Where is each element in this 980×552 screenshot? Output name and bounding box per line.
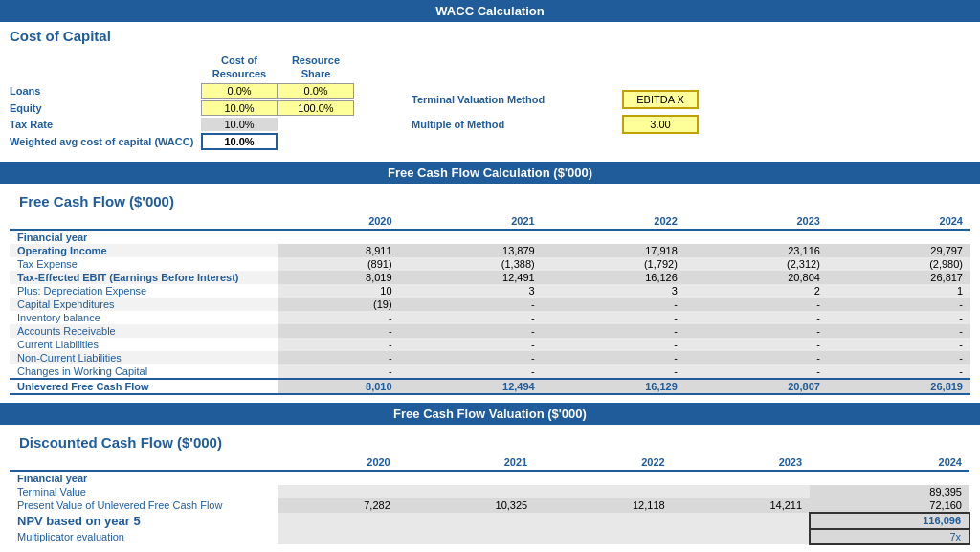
fcf-title: Free Cash Flow ($'000) — [10, 188, 970, 213]
val-cell-0-0 — [278, 471, 398, 485]
val-cell-3-3 — [673, 513, 810, 529]
cost-table: Cost ofResources ResourceShare Loans 0.0… — [10, 54, 354, 152]
val-cell-0-4 — [810, 471, 969, 485]
fcf-row-label-4: Plus: Depreciation Expense — [10, 284, 278, 298]
fcf-row-label-10: Changes in Working Capital — [10, 364, 278, 379]
val-cell-3-1 — [398, 513, 535, 529]
fcf-cell-2-1: (1,388) — [400, 257, 543, 271]
val-cell-0-3 — [673, 471, 810, 485]
fcf-cell-9-3: - — [685, 351, 828, 364]
loans-label: Loans — [10, 85, 201, 97]
val-cell-0-2 — [535, 471, 672, 485]
fcf-header-row: 2020 2021 2022 2023 2024 — [10, 213, 970, 230]
fcf-cell-5-0: (19) — [278, 298, 400, 311]
val-year-2020: 2020 — [278, 454, 398, 471]
fcf-cell-1-1: 13,879 — [400, 244, 543, 257]
fcf-cell-10-2: - — [543, 364, 685, 379]
fcf-cell-9-2: - — [543, 351, 685, 364]
cost-table-headers: Cost ofResources ResourceShare — [201, 54, 354, 81]
fcf-cell-4-3: 2 — [685, 284, 828, 298]
fcf-row-label-9: Non-Current Liabilities — [10, 351, 278, 364]
val-year-2021: 2021 — [398, 454, 535, 471]
fcf-cell-7-1: - — [400, 324, 543, 338]
fcf-row-0: Financial year — [10, 230, 970, 244]
fcf-cell-8-2: - — [543, 338, 685, 351]
fcf-row-label-5: Capital Expenditures — [10, 298, 278, 311]
fcf-year-2023: 2023 — [685, 213, 828, 230]
equity-cost[interactable]: 10.0% — [201, 100, 278, 116]
loans-cost[interactable]: 0.0% — [201, 83, 278, 99]
val-cell-2-1: 10,325 — [398, 498, 535, 513]
fcf-row-label-1: Operating Income — [10, 244, 278, 257]
val-row-1: Terminal Value89,395 — [10, 485, 969, 498]
val-cell-2-0: 7,282 — [278, 498, 398, 513]
val-row-label-4: Multiplicator evaluation — [10, 529, 278, 544]
terminal-valuation-label: Terminal Valuation Method — [412, 94, 603, 105]
fcf-cell-8-3: - — [685, 338, 828, 351]
fcf-row-label-8: Current Liabilities — [10, 338, 278, 351]
fcf-cell-10-3: - — [685, 364, 828, 379]
fcf-row-label-6: Inventory balance — [10, 311, 278, 324]
equity-row: Equity 10.0% 100.0% — [10, 100, 354, 116]
val-label-header — [10, 454, 278, 471]
wacc-container: Cost ofResources ResourceShare Loans 0.0… — [0, 48, 980, 162]
fcf-cell-0-0 — [278, 230, 400, 244]
wacc-label: Weighted avg cost of capital (WACC) — [10, 136, 201, 147]
val-cell-2-3: 14,211 — [673, 498, 810, 513]
val-cell-4-0 — [278, 529, 398, 544]
fcf-row-5: Capital Expenditures(19)---- — [10, 298, 970, 311]
val-cell-2-4: 72,160 — [810, 498, 969, 513]
wacc-share — [278, 141, 354, 143]
val-row-3: NPV based on year 5116,096 — [10, 513, 969, 529]
val-cell-3-0 — [278, 513, 398, 529]
fcf-cell-10-0: - — [278, 364, 400, 379]
fcf-cell-2-4: (2,980) — [828, 257, 970, 271]
fcf-cell-6-0: - — [278, 311, 400, 324]
fcf-cell-7-3: - — [685, 324, 828, 338]
fcf-cell-0-4 — [828, 230, 970, 244]
fcf-row-7: Accounts Receivable----- — [10, 324, 970, 338]
val-cell-1-1 — [398, 485, 535, 498]
equity-share[interactable]: 100.0% — [278, 100, 354, 116]
val-row-0: Financial year — [10, 471, 969, 485]
fcf-section-header: Free Cash Flow Calculation ($'000) — [0, 162, 980, 184]
fcf-row-1: Operating Income8,91113,87917,91823,1162… — [10, 244, 970, 257]
fcf-year-2020: 2020 — [278, 213, 400, 230]
fcf-cell-4-1: 3 — [400, 284, 543, 298]
fcf-row-label-11: Unlevered Free Cash Flow — [10, 379, 278, 394]
fcf-cell-4-0: 10 — [278, 284, 400, 298]
loans-share[interactable]: 0.0% — [278, 83, 354, 99]
fcf-cell-2-0: (891) — [278, 257, 400, 271]
fcf-cell-0-2 — [543, 230, 685, 244]
fcf-row-3: Tax-Effected EBIT (Earnings Before Inter… — [10, 271, 970, 284]
loans-row: Loans 0.0% 0.0% — [10, 83, 354, 99]
fcf-cell-3-4: 26,817 — [828, 271, 970, 284]
val-cell-1-2 — [535, 485, 672, 498]
multiple-value[interactable]: 3.00 — [622, 115, 699, 134]
fcf-cell-5-1: - — [400, 298, 543, 311]
val-row-2: Present Value of Unlevered Free Cash Flo… — [10, 498, 969, 513]
val-cell-4-4: 7x — [810, 529, 969, 544]
fcf-row-label-7: Accounts Receivable — [10, 324, 278, 338]
fcf-cell-0-1 — [400, 230, 543, 244]
fcf-cell-9-0: - — [278, 351, 400, 364]
tax-rate-row: Tax Rate 10.0% — [10, 118, 354, 131]
fcf-cell-9-1: - — [400, 351, 543, 364]
tax-rate-share — [278, 123, 354, 125]
terminal-section: Terminal Valuation Method EBITDA X Multi… — [412, 73, 699, 152]
fcf-row-2: Tax Expense(891)(1,388)(1,792)(2,312)(2,… — [10, 257, 970, 271]
fcf-cell-6-2: - — [543, 311, 685, 324]
fcf-cell-6-1: - — [400, 311, 543, 324]
val-cell-4-1 — [398, 529, 535, 544]
fcf-cell-5-2: - — [543, 298, 685, 311]
val-row-label-2: Present Value of Unlevered Free Cash Flo… — [10, 498, 278, 513]
val-cell-3-2 — [535, 513, 672, 529]
fcf-label-header — [10, 213, 278, 230]
fcf-cell-1-4: 29,797 — [828, 244, 970, 257]
fcf-cell-8-1: - — [400, 338, 543, 351]
terminal-valuation-value[interactable]: EBITDA X — [622, 90, 699, 109]
col2-header: ResourceShare — [278, 54, 354, 81]
val-year-2024: 2024 — [810, 454, 969, 471]
fcf-cell-1-3: 23,116 — [685, 244, 828, 257]
fcf-row-6: Inventory balance----- — [10, 311, 970, 324]
